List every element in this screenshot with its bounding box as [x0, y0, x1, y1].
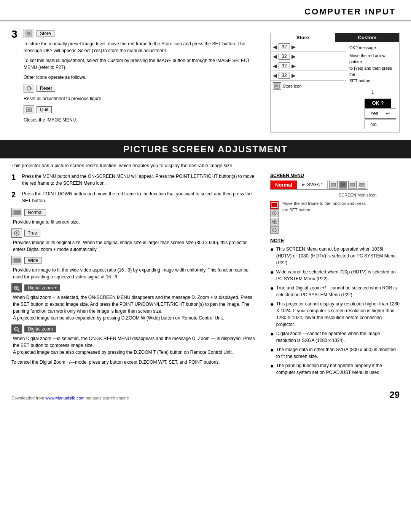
footer-text: Downloaded from	[11, 396, 44, 400]
quit-icon	[24, 105, 34, 114]
screen-menu-move-note: Move the red frame to the function and p…	[282, 200, 366, 234]
func-wide-icon	[11, 256, 22, 265]
value-4: 32	[279, 72, 290, 79]
store-bottom-icon	[273, 82, 281, 90]
svg-rect-2	[27, 34, 28, 35]
reset-icon	[24, 84, 34, 93]
note-bullet-5: ●	[270, 330, 274, 337]
store-icon	[24, 29, 34, 38]
psa-step-2-number: 2	[11, 190, 18, 199]
svg-rect-31	[331, 183, 336, 186]
note-item-3: ● True and Digital zoom +/—cannot be sel…	[270, 284, 400, 298]
func-dzoom-plus-label: Digital zoom +	[24, 284, 60, 291]
screen-menu-label: SCREEN MENU	[270, 173, 400, 178]
sm-icon-group	[328, 180, 368, 189]
store-row-4: ◀ 32 ▶	[271, 71, 346, 80]
svg-line-29	[18, 331, 19, 332]
svg-rect-14	[14, 211, 20, 214]
ok-note-1: OK? message	[349, 45, 396, 51]
page-footer: Downloaded from www.Manualslib.com manua…	[0, 386, 411, 404]
svg-rect-33	[350, 183, 355, 186]
store-diagram-notes: OK? message Move the red arrow pointer t…	[346, 42, 399, 132]
value-1: 32	[279, 43, 290, 50]
page-header: COMPUTER INPUT	[0, 0, 411, 21]
yes-button-display: Yes ↵	[365, 109, 396, 119]
note-bullet-2: ●	[270, 268, 274, 276]
store-col-header: Store	[271, 33, 335, 42]
note-item-4: ● This projector cannot display any reso…	[270, 300, 400, 328]
func-dzoom-plus-desc: When Digital zoom + is selected, the ON-…	[13, 294, 259, 321]
reset-desc: Reset all adjustment to previous figure.	[24, 95, 259, 102]
svg-point-16	[16, 232, 18, 234]
footer-link[interactable]: www.Manualslib.com	[45, 396, 84, 400]
sm-icon-1	[329, 181, 338, 189]
store-label: Store	[37, 30, 54, 37]
func-wide-row: Wide	[11, 256, 259, 265]
svg-rect-32	[341, 183, 345, 186]
sm-left-icon-2	[270, 209, 279, 217]
ok-note-3: to [Yes] and then press the	[349, 65, 396, 78]
psa-step-1-text: Press the MENU button and the ON-SCREEN …	[22, 173, 259, 187]
right-arrow-icon-3: ▶	[292, 63, 296, 69]
svg-line-26	[18, 289, 19, 291]
reset-label: Reset	[37, 85, 55, 92]
store-diagram: Store Custom ◀ 32 ▶ ◀ 32 ▶ ◀	[270, 33, 400, 133]
ok-yes-no-diagram: OK ? Yes ↵ No	[365, 99, 396, 129]
note-bullet-3: ●	[270, 284, 274, 292]
psa-step-2-text: Press the POINT DOWN button and move the…	[22, 190, 259, 204]
store-body-2: To set this manual adjustment, select th…	[24, 57, 259, 71]
func-true-icon	[11, 228, 22, 238]
right-arrow-icon-4: ▶	[292, 72, 296, 78]
quit-desc: Closes the IMAGE MENU.	[24, 117, 259, 123]
sm-left-icon-4	[270, 226, 279, 234]
ok-note-2: Move the red arrow pointer	[349, 53, 396, 65]
func-wide-desc: Provides an image to fit the wide video …	[13, 267, 259, 280]
note-bullet-1: ●	[270, 246, 274, 253]
sm-left-icon-1	[270, 201, 279, 209]
func-normal-label: Normal	[24, 209, 46, 216]
sm-icon-2	[339, 181, 347, 189]
note-item-5: ● Digital zoom —cannot be operated when …	[270, 330, 400, 344]
custom-col-header: Custom	[335, 33, 400, 42]
psa-intro: This projector has a picture screen resi…	[11, 163, 400, 168]
note-title: NOTE	[270, 238, 400, 243]
svg-rect-11	[276, 86, 276, 87]
func-wide-label: Wide	[24, 257, 41, 264]
store-row-1: ◀ 32 ▶	[271, 42, 346, 52]
svg-line-41	[276, 223, 277, 224]
sm-left-icons	[270, 201, 279, 234]
ok-note-4: SET button.	[349, 78, 396, 84]
func-dzoom-minus-row: Digital zoom	[11, 324, 259, 334]
footer-source: Downloaded from www.Manualslib.com manua…	[11, 396, 129, 400]
sm-icon-3	[348, 181, 357, 189]
note-item-2: ● Wide cannot be selected when 720p (HDT…	[270, 268, 400, 282]
screen-menu-icon-caption: SCREEN Menu icon	[339, 193, 400, 197]
ok-button-display: OK ?	[365, 99, 391, 108]
psa-step-1-number: 1	[11, 173, 18, 182]
svg-line-44	[276, 231, 277, 232]
right-arrow-icon-1: ▶	[292, 44, 296, 50]
psa-cancel-text: To cancel the Digital Zoom +/—mode, pres…	[11, 359, 259, 366]
store-row-3: ◀ 32 ▶	[271, 61, 346, 71]
note-bullet-7: ●	[270, 362, 274, 369]
down-arrow-icon: ↓	[349, 87, 396, 97]
right-arrow-icon-2: ▶	[292, 53, 296, 59]
left-arrow-icon-4: ◀	[273, 72, 277, 78]
screen-menu-section: SCREEN MENU Normal SVGA 1	[270, 173, 400, 234]
func-normal-desc: Provides image to fit screen size.	[13, 219, 259, 225]
func-dzoom-minus-icon	[11, 324, 22, 334]
sm-normal-cell: Normal	[271, 181, 297, 189]
left-arrow-icon-3: ◀	[273, 63, 277, 69]
svg-rect-34	[360, 183, 364, 186]
step-3-number: 3	[11, 29, 20, 40]
svg-rect-12	[277, 86, 277, 87]
sm-icon-4	[358, 181, 366, 189]
svg-rect-22	[14, 259, 20, 262]
func-true-desc: Provides image in its original size. Whe…	[13, 239, 259, 253]
quit-label: Quit	[37, 106, 52, 113]
sm-left-icon-3	[270, 218, 279, 225]
note-section: NOTE ● This SCREEN Menu cannot be operat…	[270, 238, 400, 376]
func-normal-icon	[11, 208, 22, 217]
value-2: 32	[279, 53, 290, 60]
value-3: 32	[279, 62, 290, 69]
